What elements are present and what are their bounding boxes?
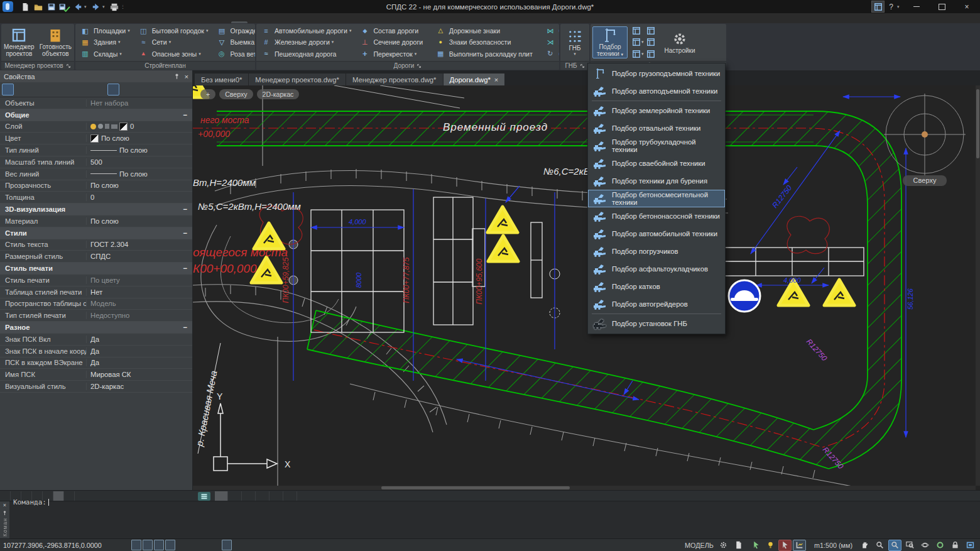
menu-item[interactable]: Подбор сваебойной техники <box>588 155 725 172</box>
menu-item[interactable]: Подбор катков <box>588 278 725 295</box>
dynamic-ucs-icon[interactable] <box>793 540 806 551</box>
menu-item[interactable]: Подбор бетононасосной техники <box>588 207 725 225</box>
ribbon-button[interactable]: Разделить дорогу ▾ <box>542 36 559 48</box>
orbit-icon[interactable] <box>918 540 932 551</box>
ribbon-button[interactable]: Здания ▾ <box>77 36 131 48</box>
property-row[interactable]: Вес линий По слою − <box>0 168 192 180</box>
ribbon-button[interactable]: Соединить дороги ▾ <box>542 25 559 36</box>
helmet-sign[interactable] <box>729 280 760 312</box>
warning-sign[interactable] <box>487 207 518 232</box>
status-toggle[interactable] <box>131 540 141 550</box>
horizontal-scrollbar[interactable] <box>193 486 976 490</box>
property-row[interactable]: Тип линий По слою − <box>0 145 192 156</box>
section-collapse-icon[interactable]: − <box>183 229 192 237</box>
status-toggle[interactable] <box>154 540 164 550</box>
tech-grid-icon[interactable]: ▾ <box>646 48 659 60</box>
ribbon-button[interactable]: Бытовой городок ▾ <box>136 25 210 36</box>
status-toggle[interactable] <box>210 540 220 550</box>
drawing-scale-button[interactable]: m1:500 (мм) <box>814 542 852 549</box>
notes-icon[interactable] <box>732 540 745 551</box>
tech-doc-icon[interactable]: ▾ <box>631 25 645 36</box>
ribbon-button[interactable]: Выполнить раскладку плит ▾ <box>433 48 538 60</box>
property-row[interactable]: Таблица стилей печати Нет − <box>0 286 192 298</box>
quick-select-icon[interactable] <box>107 84 119 95</box>
new-file-button[interactable] <box>19 1 31 12</box>
select-cursor-icon[interactable] <box>15 84 27 95</box>
property-row[interactable]: ПСК в каждом ВЭкране Да − <box>0 357 192 369</box>
ribbon-button[interactable]: Сети ▾ <box>136 36 210 48</box>
tech-table-icon[interactable]: ▾ <box>631 48 645 60</box>
lock-ui-icon[interactable] <box>949 540 962 551</box>
document-tab[interactable]: Без имени0* × <box>195 74 248 85</box>
status-toggle[interactable] <box>143 540 153 550</box>
cursor-mode-icon[interactable] <box>778 540 792 551</box>
ribbon-button[interactable]: Роза ветров ▾ <box>214 48 255 60</box>
command-prompt[interactable]: Команда: <box>13 498 976 506</box>
swap-selection-icon[interactable] <box>55 84 67 95</box>
tab-close-icon[interactable]: × <box>494 76 498 84</box>
ribbon-button[interactable]: Площадки ▾ <box>77 25 131 36</box>
redo-button[interactable] <box>90 1 102 12</box>
menu-item[interactable]: Подбор бетоносмесительной техники <box>588 190 725 207</box>
ribbon-button[interactable]: Склады ▾ <box>77 48 131 60</box>
render-mode-icon[interactable] <box>934 540 947 551</box>
warning-sign[interactable] <box>254 223 284 249</box>
property-row[interactable]: Цвет По слою − <box>0 133 192 145</box>
menu-item[interactable]: Подбор погрузчиков <box>588 243 725 260</box>
select-mode-icon[interactable] <box>749 540 763 551</box>
property-row[interactable]: Объекты Нет набора − <box>0 97 192 109</box>
ribbon-button[interactable]: Состав дороги ▾ <box>357 25 428 36</box>
close-button[interactable]: × <box>956 1 977 12</box>
maximize-button[interactable] <box>931 1 952 12</box>
help-button[interactable]: ? <box>889 3 893 11</box>
ribbon-button[interactable]: Дорожные знаки ▾ <box>433 25 538 36</box>
quick-access-customize-icon[interactable]: ⋮ <box>121 4 126 9</box>
menu-item[interactable]: Подбор автогрейдеров <box>588 295 725 313</box>
layer-state-icons[interactable] <box>90 123 128 131</box>
property-row[interactable]: Слой 0 − <box>0 121 192 133</box>
property-row[interactable]: Имя ПСК Мировая СК − <box>0 369 192 381</box>
document-tab[interactable]: Дороги.dwg* × <box>444 74 505 85</box>
settings-button[interactable]: Настройки <box>662 30 697 55</box>
fence-select-icon[interactable] <box>81 84 93 95</box>
tech-selection-button[interactable]: Подбор техники ▾ <box>592 26 628 58</box>
apply-selection-icon[interactable] <box>94 84 106 95</box>
command-history[interactable]: Команда: <box>9 498 980 538</box>
status-toggle[interactable] <box>188 540 198 550</box>
property-row[interactable]: Знак ПСК Вкл Да − <box>0 334 192 346</box>
menu-item[interactable]: Подбор землеройной техники <box>588 102 725 119</box>
append-selection-icon[interactable] <box>2 84 14 95</box>
object-readiness-button[interactable]: Готовность объектов <box>39 26 72 58</box>
dialog-launcher-icon[interactable] <box>580 63 585 68</box>
window-select-icon[interactable] <box>28 84 40 95</box>
scrollbar-thumb[interactable] <box>381 486 570 489</box>
selection-filter-icon[interactable] <box>68 84 80 95</box>
zoom-icon[interactable] <box>873 540 886 551</box>
document-tab[interactable]: Менеджер проектов.dwg* × <box>249 74 346 85</box>
property-row[interactable]: Визуальный стиль 2D-каркас − <box>0 381 192 393</box>
minimize-button[interactable] <box>906 1 927 12</box>
space-mode-label[interactable]: МОДЕЛЬ <box>685 542 714 549</box>
property-row[interactable]: Стиль печати − <box>0 263 192 275</box>
menu-item[interactable]: Подбор автомобильной техники <box>588 225 725 243</box>
zoom-realtime-icon[interactable] <box>888 540 901 551</box>
property-row[interactable]: Прозрачность По слою − <box>0 180 192 192</box>
properties-panel-header[interactable]: Свойства × <box>0 70 192 82</box>
undo-button[interactable] <box>72 1 84 12</box>
panel-close-icon[interactable]: × <box>184 73 188 80</box>
ribbon-button[interactable]: Сечение дороги ▾ <box>357 36 428 48</box>
pin-icon[interactable] <box>173 73 180 80</box>
property-row[interactable]: Разное − <box>0 322 192 334</box>
ribbon-button[interactable]: Знаки безопасности ▾ <box>433 36 538 48</box>
menu-item[interactable]: Подбор грузоподъемной техники <box>588 65 725 82</box>
menu-item[interactable]: Подбор трубоукладочной техники <box>588 137 725 155</box>
menu-item[interactable]: Подбор асфальтоукладчиков <box>588 260 725 278</box>
menu-item[interactable]: Подбор техники для бурения <box>588 172 725 190</box>
ribbon-button[interactable]: Выемка ▾ <box>214 36 255 48</box>
scrollbar-thumb[interactable] <box>976 89 979 158</box>
save-button[interactable] <box>45 1 57 12</box>
document-tab[interactable]: Менеджер проектов.dwg* × <box>346 74 443 85</box>
viewport-menu-button[interactable]: + <box>200 89 215 99</box>
zoom-window-icon[interactable] <box>903 540 917 551</box>
save-all-button[interactable] <box>58 1 70 12</box>
